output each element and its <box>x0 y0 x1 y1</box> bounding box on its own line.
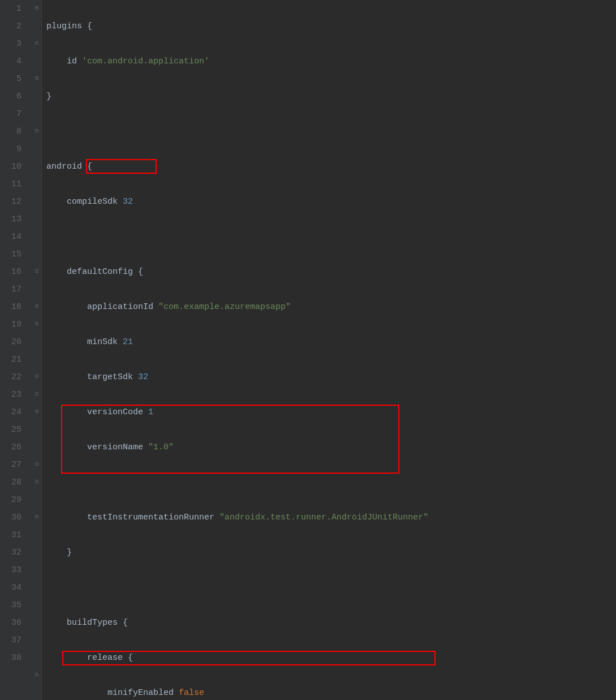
line-number: 37 <box>0 632 21 649</box>
code-line[interactable]: android { <box>46 158 616 175</box>
token: plugins <box>46 22 82 31</box>
fold-open-icon[interactable]: ⊟ <box>33 409 40 415</box>
code-line[interactable]: minSdk 21 <box>46 333 616 351</box>
fold-close-icon[interactable]: ⊡ <box>33 373 40 380</box>
line-number: 21 <box>0 351 21 368</box>
code-line[interactable]: minifyEnabled false <box>46 684 616 700</box>
line-number: 6 <box>0 88 21 105</box>
token: { <box>87 22 92 31</box>
fold-close-icon[interactable]: ⊡ <box>33 479 40 486</box>
code-line[interactable]: testInstrumentationRunner "androidx.test… <box>46 509 616 526</box>
code-line[interactable]: release { <box>46 649 616 667</box>
line-number: 16 <box>0 263 21 281</box>
line-number: 27 <box>0 456 21 474</box>
token: } <box>46 92 51 101</box>
token: 32 <box>138 372 148 382</box>
token: id <box>67 57 77 66</box>
token: 1 <box>148 407 153 417</box>
token: { <box>128 653 133 663</box>
line-number: 18 <box>0 298 21 316</box>
line-number: 28 <box>0 474 21 491</box>
line-number: 35 <box>0 596 21 614</box>
code-area[interactable]: plugins { id 'com.android.application' }… <box>42 0 616 700</box>
line-number: 19 <box>0 316 21 333</box>
line-number: 32 <box>0 544 21 561</box>
code-line[interactable]: id 'com.android.application' <box>46 53 616 70</box>
line-number: 7 <box>0 105 21 123</box>
line-number: 30 <box>0 509 21 526</box>
token: { <box>123 618 128 628</box>
line-number: 17 <box>0 281 21 298</box>
token: testInstrumentationRunner <box>87 513 214 522</box>
code-line[interactable] <box>46 228 616 246</box>
token: release <box>87 653 123 663</box>
token: } <box>67 548 72 557</box>
line-number: 11 <box>0 175 21 193</box>
code-line[interactable]: } <box>46 88 616 105</box>
line-number: 22 <box>0 368 21 386</box>
token: "1.0" <box>148 443 174 452</box>
fold-gutter: ⊟ ⊡ ⊟ ⊟ ⊡ ⊟ ⊟ ⊡ ⊡ ⊟ ⊡ ⊡ ⊟ ⊡ <box>32 0 42 700</box>
line-number: 2 <box>0 18 21 35</box>
token: minSdk <box>87 337 118 347</box>
line-number: 31 <box>0 526 21 544</box>
code-line[interactable]: targetSdk 32 <box>46 368 616 386</box>
line-number: 1 <box>0 0 21 18</box>
fold-open-icon[interactable]: ⊟ <box>33 321 40 328</box>
line-number: 26 <box>0 439 21 456</box>
line-number: 4 <box>0 53 21 70</box>
fold-open-icon[interactable]: ⊟ <box>33 75 40 82</box>
fold-open-icon[interactable]: ⊟ <box>33 303 40 310</box>
line-number: 23 <box>0 386 21 403</box>
line-number: 29 <box>0 491 21 509</box>
line-number: 12 <box>0 193 21 211</box>
fold-open-icon[interactable]: ⊟ <box>33 514 40 521</box>
line-number: 34 <box>0 579 21 596</box>
code-line[interactable] <box>46 474 616 491</box>
code-line[interactable]: compileSdk 32 <box>46 193 616 211</box>
token: false <box>179 688 204 698</box>
code-line[interactable]: applicationId "com.example.azuremapsapp" <box>46 298 616 316</box>
line-number: 8 <box>0 123 21 140</box>
line-number: 10 <box>0 158 21 175</box>
token: targetSdk <box>87 372 133 382</box>
line-number: 33 <box>0 561 21 579</box>
code-line[interactable]: buildTypes { <box>46 614 616 632</box>
token: compileSdk <box>67 197 118 207</box>
token: { <box>138 267 143 277</box>
line-number: 9 <box>0 140 21 158</box>
fold-open-icon[interactable]: ⊟ <box>33 5 40 12</box>
token: minifyEnabled <box>107 688 174 698</box>
line-number: 14 <box>0 228 21 246</box>
fold-close-icon[interactable]: ⊡ <box>33 391 40 398</box>
token: versionName <box>87 443 143 452</box>
line-number: 20 <box>0 333 21 351</box>
fold-close-icon[interactable]: ⊡ <box>33 672 40 678</box>
code-line[interactable] <box>46 123 616 140</box>
token: 'com.android.application' <box>82 57 209 66</box>
line-number: 3 <box>0 35 21 53</box>
line-number: 38 <box>0 649 21 667</box>
code-line[interactable]: defaultConfig { <box>46 263 616 281</box>
fold-close-icon[interactable]: ⊡ <box>33 461 40 468</box>
code-line[interactable] <box>46 579 616 596</box>
token: applicationId <box>87 302 153 312</box>
token: defaultConfig <box>67 267 133 277</box>
code-line[interactable]: plugins { <box>46 18 616 35</box>
code-line[interactable]: versionCode 1 <box>46 403 616 421</box>
fold-close-icon[interactable]: ⊡ <box>33 268 40 275</box>
line-number: 24 <box>0 403 21 421</box>
code-editor[interactable]: 1 2 3 4 5 6 7 8 9 10 11 12 13 14 15 16 1… <box>0 0 616 700</box>
code-line[interactable]: } <box>46 544 616 561</box>
fold-close-icon[interactable]: ⊡ <box>33 40 40 47</box>
line-number: 15 <box>0 246 21 263</box>
token: "androidx.test.runner.AndroidJUnitRunner… <box>219 513 428 522</box>
token: { <box>87 162 92 171</box>
line-number: 36 <box>0 614 21 632</box>
token: 21 <box>123 337 133 347</box>
fold-open-icon[interactable]: ⊟ <box>33 128 40 135</box>
token: "com.example.azuremapsapp" <box>158 302 291 312</box>
line-number: 13 <box>0 211 21 228</box>
code-line[interactable]: versionName "1.0" <box>46 439 616 456</box>
line-number-gutter: 1 2 3 4 5 6 7 8 9 10 11 12 13 14 15 16 1… <box>0 0 32 700</box>
